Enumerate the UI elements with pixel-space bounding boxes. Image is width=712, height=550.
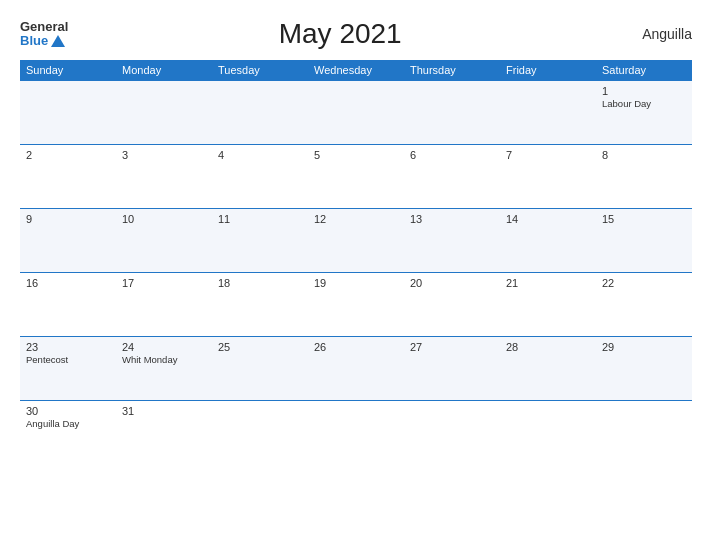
calendar-cell: 7 [500, 145, 596, 209]
calendar-cell [212, 81, 308, 145]
calendar-cell: 24Whit Monday [116, 337, 212, 401]
calendar-cell [404, 81, 500, 145]
day-number: 27 [410, 341, 494, 353]
calendar-body: 1Labour Day23456789101112131415161718192… [20, 81, 692, 465]
calendar-cell: 16 [20, 273, 116, 337]
day-number: 26 [314, 341, 398, 353]
calendar-cell: 13 [404, 209, 500, 273]
day-number: 10 [122, 213, 206, 225]
calendar-table: Sunday Monday Tuesday Wednesday Thursday… [20, 60, 692, 465]
day-number: 4 [218, 149, 302, 161]
logo-triangle-icon [51, 35, 65, 47]
calendar-row: 1Labour Day [20, 81, 692, 145]
logo-general-text: General [20, 20, 68, 34]
day-number: 16 [26, 277, 110, 289]
col-friday: Friday [500, 60, 596, 81]
calendar-cell: 14 [500, 209, 596, 273]
calendar-cell: 23Pentecost [20, 337, 116, 401]
col-tuesday: Tuesday [212, 60, 308, 81]
header: General Blue May 2021 Anguilla [20, 18, 692, 50]
calendar-cell: 2 [20, 145, 116, 209]
calendar-title: May 2021 [68, 18, 612, 50]
day-number: 6 [410, 149, 494, 161]
calendar-cell: 15 [596, 209, 692, 273]
calendar-cell [20, 81, 116, 145]
region-label: Anguilla [612, 26, 692, 42]
day-number: 9 [26, 213, 110, 225]
calendar-page: General Blue May 2021 Anguilla Sunday Mo… [0, 0, 712, 550]
calendar-row: 30Anguilla Day31 [20, 401, 692, 465]
calendar-header: Sunday Monday Tuesday Wednesday Thursday… [20, 60, 692, 81]
day-number: 20 [410, 277, 494, 289]
day-number: 22 [602, 277, 686, 289]
calendar-cell [308, 401, 404, 465]
calendar-cell [212, 401, 308, 465]
day-number: 8 [602, 149, 686, 161]
weekday-header-row: Sunday Monday Tuesday Wednesday Thursday… [20, 60, 692, 81]
calendar-cell [500, 401, 596, 465]
calendar-row: 9101112131415 [20, 209, 692, 273]
calendar-cell: 9 [20, 209, 116, 273]
calendar-cell: 19 [308, 273, 404, 337]
calendar-cell [116, 81, 212, 145]
holiday-label: Pentecost [26, 354, 110, 365]
day-number: 19 [314, 277, 398, 289]
day-number: 29 [602, 341, 686, 353]
logo: General Blue [20, 20, 68, 49]
calendar-cell: 31 [116, 401, 212, 465]
col-saturday: Saturday [596, 60, 692, 81]
col-thursday: Thursday [404, 60, 500, 81]
calendar-cell: 12 [308, 209, 404, 273]
holiday-label: Labour Day [602, 98, 686, 109]
holiday-label: Anguilla Day [26, 418, 110, 429]
calendar-row: 23Pentecost24Whit Monday2526272829 [20, 337, 692, 401]
calendar-cell [308, 81, 404, 145]
day-number: 14 [506, 213, 590, 225]
logo-blue-text: Blue [20, 34, 68, 48]
day-number: 3 [122, 149, 206, 161]
calendar-cell: 10 [116, 209, 212, 273]
calendar-cell [404, 401, 500, 465]
day-number: 2 [26, 149, 110, 161]
calendar-cell: 5 [308, 145, 404, 209]
calendar-cell: 27 [404, 337, 500, 401]
day-number: 13 [410, 213, 494, 225]
calendar-cell: 18 [212, 273, 308, 337]
calendar-cell: 25 [212, 337, 308, 401]
calendar-cell: 30Anguilla Day [20, 401, 116, 465]
day-number: 11 [218, 213, 302, 225]
logo-blue-label: Blue [20, 34, 48, 48]
calendar-cell: 3 [116, 145, 212, 209]
calendar-cell [500, 81, 596, 145]
col-wednesday: Wednesday [308, 60, 404, 81]
calendar-row: 16171819202122 [20, 273, 692, 337]
day-number: 7 [506, 149, 590, 161]
day-number: 18 [218, 277, 302, 289]
day-number: 28 [506, 341, 590, 353]
calendar-cell: 20 [404, 273, 500, 337]
day-number: 15 [602, 213, 686, 225]
calendar-cell: 29 [596, 337, 692, 401]
calendar-cell: 26 [308, 337, 404, 401]
calendar-cell [596, 401, 692, 465]
calendar-cell: 21 [500, 273, 596, 337]
day-number: 25 [218, 341, 302, 353]
day-number: 30 [26, 405, 110, 417]
day-number: 23 [26, 341, 110, 353]
holiday-label: Whit Monday [122, 354, 206, 365]
calendar-cell: 4 [212, 145, 308, 209]
day-number: 1 [602, 85, 686, 97]
calendar-cell: 22 [596, 273, 692, 337]
day-number: 31 [122, 405, 206, 417]
col-sunday: Sunday [20, 60, 116, 81]
calendar-cell: 17 [116, 273, 212, 337]
calendar-cell: 28 [500, 337, 596, 401]
col-monday: Monday [116, 60, 212, 81]
day-number: 12 [314, 213, 398, 225]
calendar-cell: 8 [596, 145, 692, 209]
day-number: 5 [314, 149, 398, 161]
day-number: 24 [122, 341, 206, 353]
day-number: 21 [506, 277, 590, 289]
calendar-row: 2345678 [20, 145, 692, 209]
calendar-cell: 1Labour Day [596, 81, 692, 145]
